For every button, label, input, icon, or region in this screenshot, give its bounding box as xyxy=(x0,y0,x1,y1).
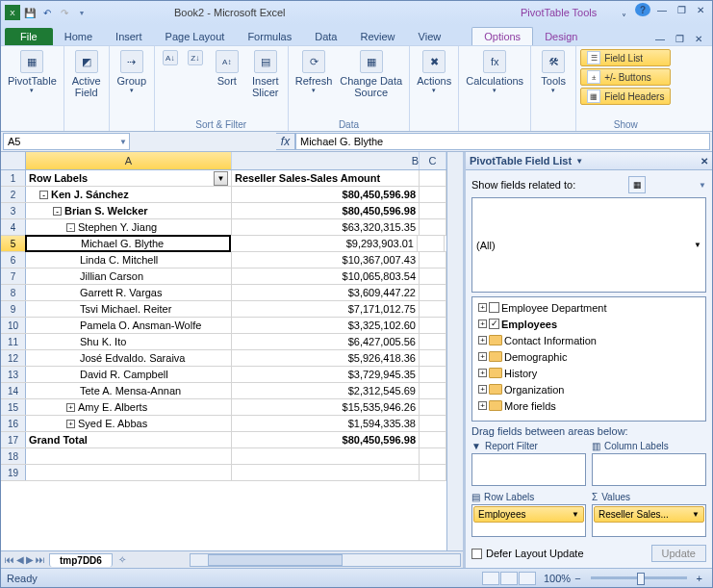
cell[interactable] xyxy=(232,448,420,464)
field-item[interactable]: +Employee Department xyxy=(474,299,703,316)
cell[interactable]: $10,367,007.43 xyxy=(232,252,420,268)
mdi-restore-icon[interactable]: ❐ xyxy=(674,3,689,16)
cell[interactable] xyxy=(420,367,446,382)
active-field-button[interactable]: ◩Active Field xyxy=(68,48,105,129)
cell[interactable]: Shu K. Ito xyxy=(26,334,232,349)
workbook-restore-icon[interactable]: ❐ xyxy=(672,32,687,45)
save-icon[interactable]: 💾 xyxy=(22,5,38,20)
cell[interactable]: Grand Total xyxy=(26,432,232,447)
zoom-out-icon[interactable]: − xyxy=(571,573,584,584)
row-number[interactable]: 2 xyxy=(1,187,26,202)
cell[interactable]: $9,293,903.01 xyxy=(230,236,418,251)
field-list-menu-icon[interactable]: ▼ xyxy=(575,157,583,166)
field-list[interactable]: +Employee Department+Employees+Contact I… xyxy=(471,296,706,422)
fx-icon[interactable]: fx xyxy=(276,133,295,150)
sheet-nav-next-icon[interactable]: ▶ xyxy=(26,554,34,565)
pivottable-button[interactable]: ▦PivotTable▾ xyxy=(5,48,60,129)
cell[interactable]: Tete A. Mensa-Annan xyxy=(26,383,232,398)
layout-options-dropdown-icon[interactable]: ▼ xyxy=(699,181,706,190)
tab-file[interactable]: File xyxy=(5,28,53,45)
row-number[interactable]: 11 xyxy=(1,334,26,349)
field-item[interactable]: +Demographic xyxy=(474,348,703,365)
collapse-icon[interactable]: - xyxy=(66,223,75,232)
tab-data[interactable]: Data xyxy=(303,28,348,45)
expand-icon[interactable]: + xyxy=(478,369,487,377)
layout-options-icon[interactable]: ▦ xyxy=(628,176,646,193)
cell[interactable]: Pamela O. Ansman-Wolfe xyxy=(26,318,232,333)
row-chip-employees[interactable]: Employees▼ xyxy=(473,506,584,523)
redo-icon[interactable]: ↷ xyxy=(57,5,72,20)
cell[interactable]: José Edvaldo. Saraiva xyxy=(26,350,232,366)
cell[interactable]: $80,450,596.98 xyxy=(232,187,420,202)
row-number[interactable]: 17 xyxy=(1,432,26,447)
field-item[interactable]: +Organization xyxy=(474,381,703,397)
cell[interactable]: -Brian S. Welcker xyxy=(26,203,232,218)
sheet-tab[interactable]: tmp7DD6 xyxy=(49,553,113,567)
sort-desc-button[interactable]: Z↓ xyxy=(184,48,207,118)
cell[interactable]: Row Labels▼ xyxy=(26,170,232,186)
cell[interactable]: Michael G. Blythe xyxy=(25,235,231,252)
zoom-in-icon[interactable]: + xyxy=(693,573,706,584)
cell[interactable]: $3,729,945.35 xyxy=(232,367,420,382)
cell[interactable] xyxy=(26,448,232,464)
cell[interactable]: $7,171,012.75 xyxy=(232,301,420,317)
cell[interactable] xyxy=(26,465,232,480)
expand-icon[interactable]: + xyxy=(478,320,487,328)
report-filter-area[interactable] xyxy=(471,453,586,486)
cell[interactable]: -Ken J. Sánchez xyxy=(26,187,232,202)
cell[interactable] xyxy=(420,170,446,186)
view-page-layout-icon[interactable] xyxy=(500,572,518,585)
cell[interactable] xyxy=(420,448,446,464)
row-number[interactable]: 9 xyxy=(1,301,26,317)
row-number[interactable]: 18 xyxy=(1,448,26,464)
row-number[interactable]: 1 xyxy=(1,170,26,186)
group-button[interactable]: ⇢Group▾ xyxy=(114,48,150,129)
row-number[interactable]: 13 xyxy=(1,367,26,382)
cell[interactable]: $63,320,315.35 xyxy=(232,219,420,235)
column-header-c[interactable]: C xyxy=(420,152,446,169)
cell[interactable]: $15,535,946.26 xyxy=(232,399,420,415)
view-page-break-icon[interactable] xyxy=(519,572,536,585)
namebox-dropdown-icon[interactable]: ▼ xyxy=(119,138,127,146)
cell[interactable]: $80,450,596.98 xyxy=(232,203,420,218)
column-labels-area[interactable] xyxy=(592,453,706,486)
checkbox[interactable] xyxy=(489,319,499,329)
values-chip-reseller-sales[interactable]: Reseller Sales...▼ xyxy=(594,506,704,523)
zoom-level[interactable]: 100% xyxy=(544,573,571,584)
workbook-close-icon[interactable]: ✕ xyxy=(691,32,706,45)
row-labels-area[interactable]: Employees▼ xyxy=(471,504,586,537)
cell[interactable] xyxy=(232,465,420,480)
column-header-a[interactable]: A xyxy=(26,152,232,169)
name-box[interactable]: A5▼ xyxy=(3,133,130,150)
field-list-toggle[interactable]: ☰Field List xyxy=(580,49,671,66)
change-data-source-button[interactable]: ▦Change Data Source xyxy=(337,48,405,118)
cell[interactable] xyxy=(420,399,446,415)
plus-minus-buttons-toggle[interactable]: ±+/- Buttons xyxy=(580,68,671,86)
cell[interactable]: Garrett R. Vargas xyxy=(26,285,232,300)
defer-update-checkbox[interactable]: Defer Layout Update xyxy=(471,548,584,559)
row-number[interactable]: 7 xyxy=(1,268,26,284)
expand-icon[interactable]: + xyxy=(478,303,487,312)
cell[interactable]: $80,450,596.98 xyxy=(232,432,420,447)
cell[interactable]: $3,325,102.60 xyxy=(232,318,420,333)
collapse-icon[interactable]: - xyxy=(39,191,48,199)
cell[interactable]: +Syed E. Abbas xyxy=(26,416,232,431)
cell[interactable]: -Stephen Y. Jiang xyxy=(26,219,232,235)
cell[interactable]: $10,065,803.54 xyxy=(232,268,420,284)
field-list-close-icon[interactable]: ✕ xyxy=(700,156,708,166)
cell[interactable] xyxy=(420,285,446,300)
cell[interactable]: $6,427,005.56 xyxy=(232,334,420,349)
cell[interactable]: Reseller Sales-Sales Amount xyxy=(232,170,420,186)
related-to-select[interactable]: (All)▼ xyxy=(471,197,706,293)
select-all-corner[interactable] xyxy=(1,152,26,169)
checkbox[interactable] xyxy=(489,302,499,313)
expand-icon[interactable]: + xyxy=(478,401,487,410)
row-number[interactable]: 16 xyxy=(1,416,26,431)
sort-asc-button[interactable]: A↓ xyxy=(159,48,182,118)
cell[interactable] xyxy=(420,301,446,317)
tab-view[interactable]: View xyxy=(407,28,453,45)
tab-review[interactable]: Review xyxy=(348,28,406,45)
sheet-nav-first-icon[interactable]: ⏮ xyxy=(5,554,14,565)
row-number[interactable]: 3 xyxy=(1,203,26,218)
row-number[interactable]: 5 xyxy=(1,236,26,251)
